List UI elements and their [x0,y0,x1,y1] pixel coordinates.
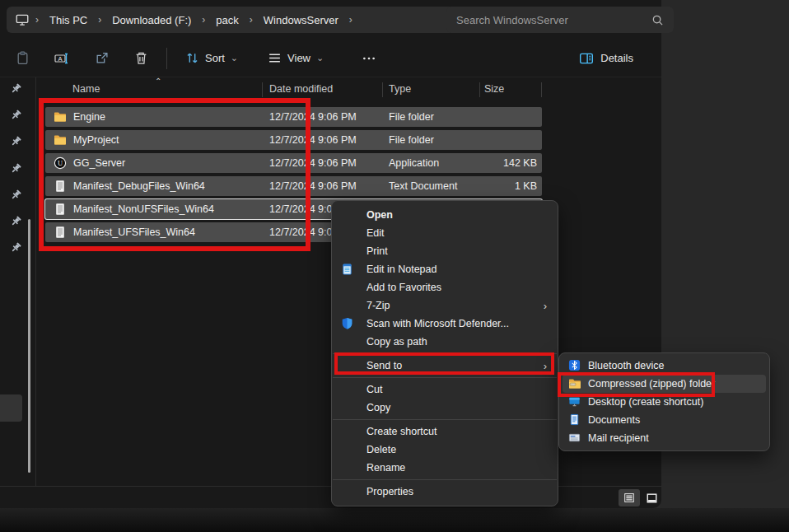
folder-icon [54,110,67,124]
menu-item-create-shortcut[interactable]: Create shortcut [332,422,558,441]
menu-item-7-zip[interactable]: 7-Zip› [332,296,558,315]
documents-icon [568,413,581,427]
file-row[interactable]: Manifest_DebugFiles_Win6412/7/2024 9:06 … [45,176,542,196]
rename-icon: A [54,51,69,66]
more-icon [362,51,376,66]
more-options-button[interactable] [355,44,383,72]
send-to-item-mail-recipient[interactable]: Mail recipient [563,429,766,447]
menu-item-label: Copy [366,402,390,413]
file-type: Application [389,157,439,169]
address-bar[interactable]: ›This PC›Downloaded (F:)›pack›WindowsSer… [7,7,455,33]
pinned-item-pin-icon[interactable] [9,135,22,148]
thumbnail-view-icon [646,492,658,504]
details-pane-button[interactable]: Details [571,44,642,72]
pinned-item-pin-icon[interactable] [9,215,22,228]
menu-item-edit[interactable]: Edit [332,224,558,242]
menu-item-cut[interactable]: Cut [332,380,558,399]
menu-item-label: 7-Zip [366,300,390,311]
column-header-type[interactable]: Type [389,83,411,95]
sort-icon [185,51,199,65]
file-row[interactable]: UGG_Server12/7/2024 9:06 PMApplication14… [45,153,542,173]
menu-item-rename[interactable]: Rename [332,459,558,477]
svg-text:A: A [58,54,62,62]
menu-item-add-to-favorites[interactable]: Add to Favorites [332,278,558,296]
textdoc-icon [54,226,67,239]
computer-icon [15,12,30,27]
paste-icon [16,51,30,65]
breadcrumb-chevron-icon: › [196,15,211,25]
pinned-item-pin-icon[interactable] [9,82,22,96]
view-lines-icon [268,51,282,65]
column-divider[interactable] [541,82,542,97]
pinned-item-pin-icon[interactable] [9,162,22,175]
menu-item-scan-with-microsoft-defender[interactable]: Scan with Microsoft Defender... [332,315,558,333]
menu-item-label: Open [366,209,393,221]
menu-item-open[interactable]: Open [332,206,558,224]
column-divider[interactable] [479,82,480,97]
breadcrumb-item[interactable]: WindowsServer [259,14,343,26]
menu-item-label: Add to Favorites [366,282,441,293]
send-to-item-documents[interactable]: Documents [563,411,766,429]
breadcrumb-item[interactable]: Downloaded (F:) [107,14,196,26]
column-header-size[interactable]: Size [484,83,504,95]
paste-button[interactable] [8,44,36,72]
menu-item-delete[interactable]: Delete [332,441,558,459]
share-icon [95,51,109,65]
file-row[interactable]: Engine12/7/2024 9:06 PMFile folder [45,107,542,127]
menu-separator [333,377,557,378]
menu-item-label: Copy as path [366,336,427,348]
menu-item-print[interactable]: Print [332,242,558,260]
rename-button[interactable]: A [48,44,76,72]
send-to-item-label: Desktop (create shortcut) [588,396,703,408]
view-label: View [287,52,310,64]
menu-item-label: Cut [366,384,382,395]
pinned-item-pin-icon[interactable] [9,109,22,122]
menu-item-send-to[interactable]: Send to› [332,357,558,375]
file-type: File folder [389,111,434,123]
folder-icon [54,133,67,147]
details-label: Details [600,52,633,64]
textdoc-icon [54,180,67,193]
icons-view-toggle[interactable] [642,489,661,506]
pinned-item-pin-icon[interactable] [9,241,22,254]
menu-item-label: Edit [366,227,385,239]
column-divider[interactable] [382,82,383,97]
send-to-item-label: Compressed (zipped) folder [588,378,715,390]
nav-scrollbar[interactable] [28,219,30,473]
bluetooth-icon [568,359,581,372]
submenu-arrow-icon: › [544,300,547,312]
menu-separator [333,353,557,354]
file-type: File folder [389,134,434,146]
nav-item-highlight[interactable] [0,394,22,422]
send-to-item-bluetooth-device[interactable]: Bluetooth device [563,357,766,375]
defender-icon [341,317,354,330]
trash-icon [134,51,148,65]
column-header-date[interactable]: Date modified [269,83,333,95]
column-header-name[interactable]: Name [72,83,100,95]
breadcrumb-item[interactable]: This PC [44,14,92,26]
toolbar-divider [166,48,167,69]
view-button[interactable]: View⌄ [259,44,332,72]
file-row[interactable]: MyProject12/7/2024 9:06 PMFile folder [45,130,542,150]
menu-item-label: Scan with Microsoft Defender... [366,318,509,329]
menu-item-copy[interactable]: Copy [332,399,558,417]
search-box[interactable]: Search WindowsServer [446,7,674,33]
delete-button[interactable] [127,44,155,72]
file-name: Manifest_NonUFSFiles_Win64 [73,203,214,215]
menu-item-label: Edit in Notepad [366,264,437,275]
breadcrumb-item[interactable]: pack [211,14,243,26]
column-divider[interactable] [262,82,263,97]
share-button[interactable] [87,44,115,72]
menu-item-properties[interactable]: Properties [332,483,558,501]
pinned-item-pin-icon[interactable] [9,189,22,202]
zip-folder-icon [568,377,581,390]
sort-button[interactable]: Sort⌄ [177,44,246,72]
send-to-item-compressed-zipped-folder[interactable]: Compressed (zipped) folder [563,375,766,393]
menu-item-label: Send to [366,360,402,371]
file-name: Manifest_UFSFiles_Win64 [73,226,195,238]
menu-item-copy-as-path[interactable]: Copy as path [332,333,558,351]
menu-item-label: Print [366,245,388,257]
send-to-item-desktop-create-shortcut[interactable]: Desktop (create shortcut) [563,393,766,411]
menu-item-edit-in-notepad[interactable]: Edit in Notepad [332,260,558,278]
details-view-toggle[interactable] [619,489,640,506]
